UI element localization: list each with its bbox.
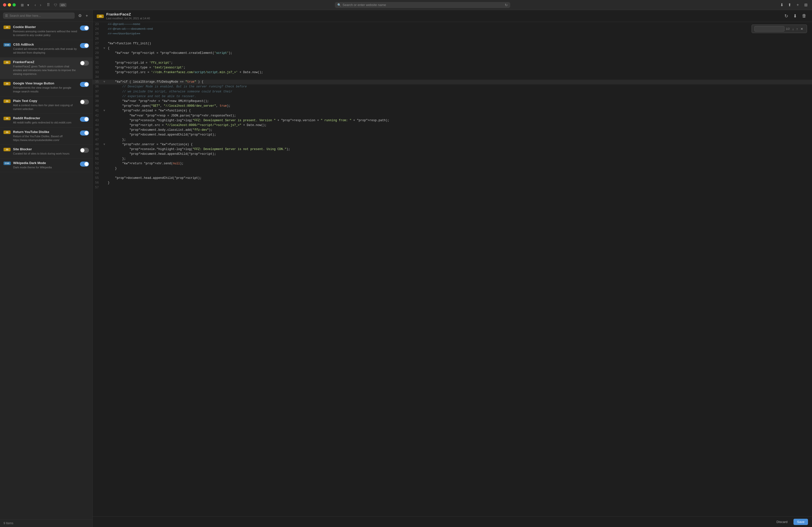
script-toggle-cookie-blaster[interactable] [80,26,89,31]
line-content[interactable] [106,171,812,176]
script-desc: FrankerFaceZ gives Twitch users custom c… [13,65,77,76]
editor-search-input[interactable]: log [754,26,784,32]
line-content[interactable]: "prop">document.head.appendChild("prop">… [106,133,812,137]
line-content[interactable]: "prop">document.body.classList.add("ffz-… [106,128,812,133]
sidebar-toggle-button[interactable]: ⊞ [20,2,25,7]
download-script-button[interactable]: ⬇ [792,13,798,19]
script-toggle-return-youtube-dislike[interactable] [80,131,89,136]
sidebar-item-site-blocker[interactable]: JSSite BlockerCurated list of sites to b… [0,145,92,158]
script-toggle-site-blocker[interactable] [80,148,89,153]
line-content[interactable] [106,36,812,41]
line-content[interactable] [106,185,812,190]
search-filter-box: ☰ [3,13,75,19]
line-content[interactable]: "prop">script.src = '//cdn.frankerfacez.… [106,70,812,75]
minimize-button[interactable] [8,3,11,6]
sidebar-item-cookie-blaster[interactable]: JSCookie BlasterRemoves annoying cookie … [0,22,92,40]
address-input[interactable] [343,3,503,7]
fold-indicator [103,36,106,41]
fold-indicator[interactable]: ▼ [103,108,106,113]
save-button[interactable]: Save [794,519,808,525]
line-content[interactable]: }; [106,137,812,142]
line-content[interactable]: }; [106,156,812,161]
line-content[interactable]: "kw">function ffz_init() [106,41,812,46]
fold-indicator[interactable]: ▼ [103,80,106,85]
grid-button[interactable]: ⠿ [45,2,52,8]
script-toggle-wikipedia-dark-mode[interactable] [80,162,89,167]
forward-button[interactable]: › [38,2,43,8]
line-content[interactable]: "prop">script.type = 'text/javascript'; [106,65,812,70]
line-content[interactable]: "kw">if ( localStorage.ffzDebugMode == "… [106,80,812,85]
search-next-button[interactable]: ↓ [791,27,795,31]
line-content[interactable]: // ==/UserScript== [106,32,812,36]
code-line-45: 45 "prop">document.body.classList.add("f… [93,128,812,133]
line-content[interactable] [106,56,812,60]
code-editor[interactable]: 23// @grant none24// @run-at document-en… [93,22,812,516]
add-script-button[interactable]: + [84,13,89,19]
line-content[interactable]: "kw">var "prop">xhr = "kw">new XMLHttpRe… [106,99,812,104]
back-button[interactable]: ‹ [33,2,37,8]
fold-indicator [103,65,106,70]
line-content[interactable]: "prop">console."highlight-log">log("FFZ:… [106,118,812,123]
script-toggle-frankerfacez[interactable] [80,61,89,66]
line-content[interactable]: } [106,181,812,185]
share-button[interactable]: ⬆ [786,2,793,8]
search-close-button[interactable]: ✕ [799,27,804,31]
line-content[interactable]: "prop">xhr.onload = "kw">function(e) { [106,108,812,113]
sidebar-item-return-youtube-dislike[interactable]: JSReturn YouTube DislikeReturn of the Yo… [0,127,92,145]
script-toggle-google-view-image[interactable] [80,82,89,87]
line-content[interactable]: { [106,46,812,51]
search-filter-input[interactable] [10,14,73,17]
line-content[interactable]: // experience and not be able to recover… [106,94,812,99]
settings-button[interactable]: ⚙ [77,13,83,19]
line-content[interactable]: // Developer Mode is enabled. But is the… [106,85,812,89]
filter-icon: ☰ [5,14,8,17]
line-number: 50 [93,152,103,156]
line-content[interactable]: "kw">return "prop">xhr.send(null); [106,161,812,166]
script-toggle-plain-text-copy[interactable] [80,100,89,104]
fold-indicator [103,99,106,104]
line-content[interactable]: // @run-at document-end [106,27,812,32]
new-tab-button[interactable]: ＋ [794,2,801,8]
sidebar-item-reddit-redirecter[interactable]: JSReddit RedirecterAll reddit traffic ge… [0,114,92,127]
line-content[interactable]: "prop">script.id = 'ffz_script'; [106,61,812,65]
extensions-button[interactable]: ⊞ [803,2,809,8]
line-content[interactable]: } [106,166,812,171]
line-content[interactable]: "prop">script.src = "//localhost:8000/">… [106,123,812,128]
line-content[interactable]: "prop">document.head.appendChild("prop">… [106,176,812,181]
fold-indicator [103,118,106,123]
script-name: Reddit Redirecter [13,116,77,120]
line-content[interactable]: "prop">xhr.onerror = "kw">function(e) { [106,142,812,147]
sidebar-item-plain-text-copy[interactable]: JSPlain Text CopyAdd a context menu item… [0,96,92,114]
line-content[interactable] [106,75,812,80]
fold-indicator[interactable]: ▼ [103,142,106,147]
sidebar-item-google-view-image[interactable]: JSGoogle View Image ButtonReimplements t… [0,79,92,96]
line-number: 31 [93,61,103,65]
refresh-script-button[interactable]: ↻ [783,13,790,19]
maximize-button[interactable] [13,3,16,6]
download-history-button[interactable]: ⬇ [779,2,785,8]
line-content[interactable]: // @grant none [106,22,812,27]
dropdown-button[interactable]: ▾ [26,2,30,7]
fold-indicator [103,156,106,161]
fold-indicator [103,41,106,46]
sidebar-item-wikipedia-dark-mode[interactable]: CSSWikipedia Dark ModeDark mode theme fo… [0,159,92,172]
delete-script-button[interactable]: 🗑 [800,13,808,19]
search-prev-button[interactable]: ↑ [796,27,799,31]
line-content[interactable]: "prop">xhr.open("GET", "//localhost:8000… [106,104,812,108]
code-mode-tag[interactable]: </> [59,3,67,7]
sidebar-item-frankerfacez[interactable]: JSFrankerFaceZFrankerFaceZ gives Twitch … [0,58,92,79]
line-number: 56 [93,181,103,185]
script-toggle-css-adblock[interactable] [80,43,89,48]
close-button[interactable] [3,3,6,6]
traffic-lights [3,3,16,6]
reload-button[interactable]: ↻ [505,3,508,7]
fold-indicator[interactable]: ▼ [103,46,106,51]
line-content[interactable]: "kw">var "prop">script = "prop">document… [106,51,812,56]
sidebar-item-css-adblock[interactable]: CSSCSS AdBlockCurated ad remover that pr… [0,40,92,58]
line-content[interactable]: // we include the script, otherwise some… [106,89,812,94]
discard-button[interactable]: Discard [773,519,791,525]
script-toggle-reddit-redirecter[interactable] [80,117,89,122]
line-content[interactable]: "kw">var "prop">resp = JSON.parse("prop"… [106,114,812,118]
line-content[interactable]: "prop">console."highlight-log">log("FFZ:… [106,147,812,152]
line-content[interactable]: "prop">document.head.appendChild("prop">… [106,152,812,156]
